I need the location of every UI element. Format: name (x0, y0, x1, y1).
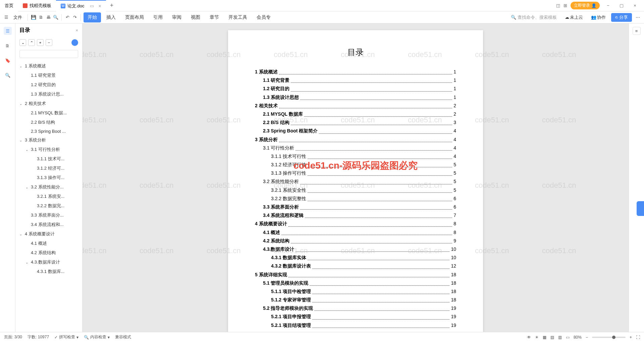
menu-reference[interactable]: 引用 (149, 12, 167, 22)
layout4-icon[interactable]: ▭ (566, 335, 570, 340)
save-icon[interactable]: 💾 (31, 14, 37, 20)
file-menu[interactable]: 文件 (11, 13, 25, 22)
outline-item[interactable]: 4.2 系统结构 (15, 248, 82, 258)
outline-item[interactable]: ⌄3.2 系统性能分... (15, 182, 82, 192)
menu-layout[interactable]: 页面布局 (121, 12, 148, 22)
toc-entry: 3.2.1 系统安全性5 (255, 186, 456, 194)
pages-icon[interactable]: 🗎 (4, 42, 12, 50)
page-indicator[interactable]: 页面: 3/30 (4, 334, 22, 340)
cloud-status[interactable]: ☁ 未上云 (562, 13, 586, 22)
outline-item[interactable]: 3.2.1 系统安... (15, 192, 82, 201)
fullscreen-icon[interactable]: ⛶ (636, 335, 640, 340)
watermark: code51.cn (140, 50, 174, 59)
preview-icon[interactable]: 🔍 (53, 14, 59, 20)
compat-mode[interactable]: 兼容模式 (115, 334, 131, 340)
outline-item[interactable]: 2.1 MYSQL 数据... (15, 108, 82, 118)
right-rail: ≡ (629, 23, 644, 332)
collapse-all-icon[interactable]: ⌄ (19, 39, 26, 46)
outline-icon[interactable]: ☰ (4, 27, 12, 35)
toc-entry: 4.3.数据库设计10 (255, 245, 456, 253)
sync-icon[interactable] (71, 39, 78, 46)
outline-item[interactable]: ⌄4.3.数据库设计 (15, 258, 82, 267)
view-mode-icon[interactable]: 👁 (527, 335, 531, 340)
expand-all-icon[interactable]: ⌃ (28, 39, 35, 46)
toc-entry: 3 系统分析4 (255, 135, 456, 144)
spell-check[interactable]: ✓ 拼写检查 ▾ (54, 334, 78, 340)
outline-item[interactable]: 1.2 研究目的 (15, 80, 82, 90)
outline-item[interactable]: 3.4 系统流程和... (15, 220, 82, 229)
word-icon: W (61, 4, 65, 8)
layout2-icon[interactable]: ▤ (550, 335, 554, 340)
layout1-icon[interactable]: ▦ (543, 335, 546, 340)
outline-item[interactable]: 4.1 概述 (15, 239, 82, 248)
titlebar: 首页 找稻壳模板 W论文.doc▭× + ◫ ⊞ 立即登录👤 − ▢ × (0, 0, 644, 11)
share-button[interactable]: ⎋ 分享 (611, 13, 632, 22)
outline-item[interactable]: 3.2.2 数据完... (15, 201, 82, 211)
login-button[interactable]: 立即登录👤 (571, 2, 600, 9)
outline-item[interactable]: 2.3 Spring Boot ... (15, 127, 82, 135)
outline-item[interactable]: 3.1.2 经济可... (15, 164, 82, 173)
new-tab-button[interactable]: + (106, 2, 118, 9)
maximize-button[interactable]: ▢ (616, 1, 627, 11)
undo-icon[interactable]: ↶ (64, 14, 70, 20)
outline-item[interactable]: 1.1 研究背景 (15, 71, 82, 80)
toc-entry: 4 系统概要设计8 (255, 220, 456, 228)
more-icon[interactable]: ⋯ (635, 14, 641, 20)
toc-entry: 1.3 系统设计思想1 (255, 93, 456, 102)
layout-icon[interactable]: ◫ (556, 3, 560, 8)
menu-chapter[interactable]: 章节 (206, 12, 223, 22)
minimize-button[interactable]: − (603, 1, 613, 11)
save-as-icon[interactable]: 🗎 (38, 14, 44, 20)
close-window-button[interactable]: × (630, 1, 640, 11)
outline-item[interactable]: 3.1.3 操作可... (15, 173, 82, 182)
outline-item[interactable]: 3.3 系统界面分... (15, 211, 82, 220)
print-icon[interactable]: 🖶 (45, 14, 51, 20)
search-rail-icon[interactable]: 🔍 (4, 71, 12, 79)
remove-icon[interactable]: − (46, 39, 52, 46)
menu-view[interactable]: 视图 (187, 12, 204, 22)
statusbar: 页面: 3/30 字数: 10977 ✓ 拼写检查 ▾ 🔍 内容检查 ▾ 兼容模… (0, 332, 644, 342)
watermark: code51.cn (83, 181, 107, 190)
outline-item[interactable]: 4.3.1 数据库... (15, 267, 82, 276)
menu-devtools[interactable]: 开发工具 (224, 12, 251, 22)
menu-member[interactable]: 会员专 (253, 12, 275, 22)
tab-home[interactable]: 首页 (0, 0, 18, 11)
docer-icon (23, 3, 28, 8)
bookmark-icon[interactable]: 🔖 (4, 56, 12, 64)
menu-insert[interactable]: 插入 (102, 12, 120, 22)
outline-item[interactable]: ⌄3.1 可行性分析 (15, 145, 82, 154)
outline-item[interactable]: 3.1.1 技术可... (15, 154, 82, 164)
right-flyout-tab[interactable] (637, 201, 644, 216)
outline-item[interactable]: 2.2 B/S 结构 (15, 118, 82, 127)
menu-review[interactable]: 审阅 (168, 12, 185, 22)
read-mode-icon[interactable]: ☀ (535, 335, 539, 340)
tab-templates[interactable]: 找稻壳模板 (18, 0, 56, 11)
outline-item[interactable]: ⌄1 系统概述 (15, 61, 82, 71)
zoom-slider[interactable] (592, 337, 626, 338)
document-area[interactable]: 目录 1 系统概述11.1 研究背景11.2 研究目的11.3 系统设计思想12… (83, 23, 629, 332)
menu-icon[interactable]: ☰ (3, 14, 9, 20)
collab-button[interactable]: 👥 协作 (588, 13, 608, 22)
command-search[interactable]: 🔍 查找命令、搜索模板 (508, 13, 559, 22)
outline-item[interactable]: ⌄4 系统概要设计 (15, 229, 82, 239)
zoom-value[interactable]: 80% (574, 335, 582, 340)
close-panel-icon[interactable]: × (75, 28, 78, 33)
word-count[interactable]: 字数: 10977 (28, 334, 49, 340)
outline-search-input[interactable] (19, 50, 78, 58)
outline-item[interactable]: ⌄2 相关技术 (15, 99, 82, 108)
redo-icon[interactable]: ↷ (72, 14, 78, 20)
split-icon[interactable]: ▭ (90, 3, 94, 8)
watermark: code51.cn (83, 50, 107, 59)
tab-document[interactable]: W论文.doc▭× (56, 0, 106, 11)
outline-item[interactable]: ⌄3 系统分析 (15, 135, 82, 145)
add-icon[interactable]: + (37, 39, 44, 46)
zoom-out-icon[interactable]: − (586, 335, 588, 340)
menu-start[interactable]: 开始 (84, 12, 101, 22)
apps-icon[interactable]: ⊞ (564, 3, 567, 8)
outline-item[interactable]: 1.3 系统设计思... (15, 90, 82, 99)
zoom-in-icon[interactable]: + (630, 335, 632, 340)
settings-icon[interactable]: ≡ (633, 27, 641, 35)
layout3-icon[interactable]: ▥ (558, 335, 562, 340)
content-check[interactable]: 🔍 内容检查 ▾ (84, 334, 110, 340)
close-icon[interactable]: × (99, 3, 101, 9)
